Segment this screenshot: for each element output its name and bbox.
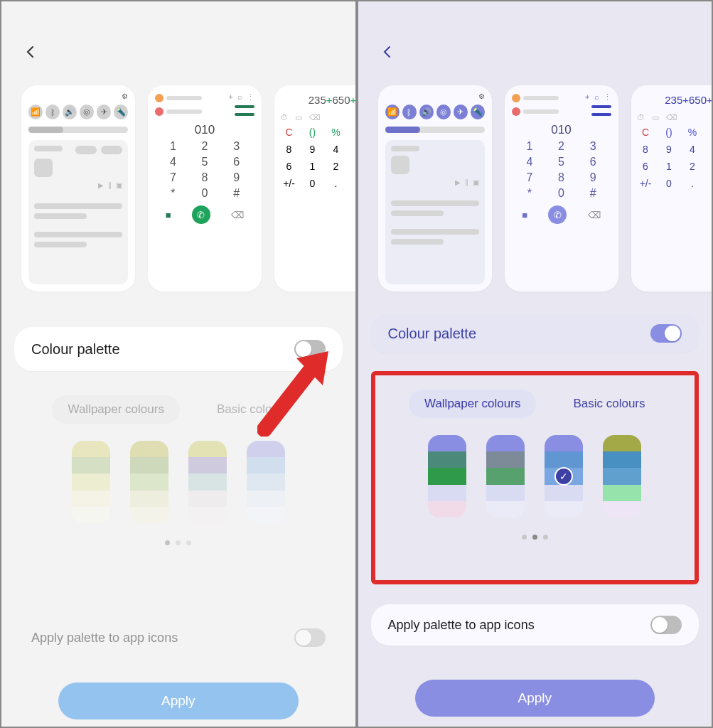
- keypad-key: 7: [161, 171, 186, 184]
- check-icon: ✓: [554, 467, 573, 486]
- tab-wallpaper-colours[interactable]: Wallpaper colours: [52, 395, 179, 424]
- calc-key: 3: [350, 161, 357, 172]
- keypad-key: #: [224, 187, 249, 200]
- tab-wallpaper-colours[interactable]: Wallpaper colours: [409, 390, 536, 418]
- keypad-key: 8: [193, 171, 218, 184]
- back-button[interactable]: [21, 43, 40, 61]
- palette-swatch[interactable]: [188, 441, 227, 523]
- bluetooth-icon: ᛒ: [402, 105, 417, 119]
- preview-dialer: +⌕⋮ 010 123456789*0# ■ ✆ ⌫: [505, 85, 618, 291]
- keypad-key: *: [161, 187, 186, 200]
- keypad-key: 0: [549, 187, 574, 200]
- palette-swatch[interactable]: [247, 441, 285, 523]
- calculator-expression: 235+650+37: [280, 94, 357, 106]
- apply-icons-label: Apply palette to app icons: [31, 631, 178, 646]
- calc-key: 4: [327, 144, 345, 155]
- calc-key: 5: [707, 144, 714, 155]
- keypad-key: 9: [224, 171, 249, 184]
- tab-basic-colours[interactable]: Basic colours: [201, 395, 304, 424]
- keypad-key: 1: [161, 140, 186, 153]
- colour-palette-toggle[interactable]: [294, 340, 326, 358]
- bluetooth-icon: ᛒ: [45, 105, 60, 119]
- calc-key: 1: [660, 161, 678, 172]
- apply-icons-toggle[interactable]: [650, 616, 682, 634]
- calc-key: C: [280, 127, 298, 138]
- keypad-key: 1: [518, 140, 542, 153]
- calc-key: 2: [684, 161, 702, 172]
- calc-key: %: [327, 127, 345, 138]
- colour-palette-row: Colour palette: [371, 314, 699, 353]
- calc-key: +/-: [280, 178, 298, 189]
- calc-key: 3: [707, 161, 714, 172]
- keypad-key: 2: [193, 140, 218, 153]
- palette-options: Wallpaper colours Basic colours: [14, 384, 343, 583]
- notification-card: ▶‖▣: [385, 140, 485, 284]
- calc-key: C: [637, 127, 655, 138]
- swatch-row-left: [28, 441, 328, 523]
- airplane-icon: ✈: [454, 105, 468, 119]
- keypad-key: #: [581, 187, 606, 200]
- back-button[interactable]: [378, 43, 397, 61]
- preview-calculator: 235+650+37 ⏱▭⌫ C()%789456123+/-0.: [631, 85, 714, 291]
- colour-palette-label: Colour palette: [31, 341, 120, 358]
- call-button: ✆: [548, 205, 567, 224]
- calculator-keypad: C()%789456123+/-0.: [280, 127, 357, 189]
- apply-icons-toggle[interactable]: [294, 628, 326, 647]
- palette-swatch[interactable]: [428, 435, 466, 518]
- calc-key: 8: [280, 144, 298, 155]
- calc-key: 0: [660, 178, 678, 189]
- keypad-key: *: [518, 187, 542, 200]
- keypad-key: 2: [549, 140, 574, 153]
- palette-swatch[interactable]: [486, 435, 525, 518]
- calc-key: 7: [350, 127, 357, 138]
- sound-icon: 🔊: [419, 105, 434, 119]
- calc-key: 0: [304, 178, 321, 189]
- gps-icon: ◎: [436, 105, 451, 119]
- apply-icons-row: Apply palette to app icons: [14, 617, 343, 658]
- brightness-slider: [385, 127, 485, 133]
- tab-basic-colours[interactable]: Basic colours: [557, 390, 660, 418]
- keypad-key: 4: [161, 156, 186, 168]
- calc-key: 7: [707, 127, 714, 138]
- palette-swatch[interactable]: ✓: [545, 435, 583, 518]
- airplane-icon: ✈: [97, 105, 111, 119]
- keypad-key: 4: [518, 156, 542, 168]
- calc-key: 1: [304, 161, 321, 172]
- palette-swatch[interactable]: [603, 435, 641, 518]
- pager-dots: [390, 535, 681, 540]
- screen-palette-off: ⚙ 📶 ᛒ 🔊 ◎ ✈ 🔦 ▶‖▣: [0, 0, 357, 728]
- calc-key: 9: [304, 144, 321, 155]
- preview-dialer: +⌕⋮ 010 123456789*0# ■ ✆ ⌫: [148, 85, 262, 291]
- apply-button[interactable]: Apply: [415, 680, 655, 717]
- apply-icons-label: Apply palette to app icons: [388, 618, 535, 633]
- screen-palette-on: ⚙ 📶 ᛒ 🔊 ◎ ✈ 🔦 ▶‖▣: [357, 0, 714, 728]
- backspace-icon: ⌫: [231, 210, 244, 220]
- video-icon: ■: [166, 210, 171, 220]
- colour-palette-row: Colour palette: [14, 327, 343, 371]
- keypad-key: 3: [581, 140, 606, 153]
- wifi-icon: 📶: [28, 105, 43, 119]
- theme-preview-row[interactable]: ⚙ 📶 ᛒ 🔊 ◎ ✈ 🔦 ▶‖▣: [21, 85, 357, 291]
- theme-preview-row[interactable]: ⚙ 📶 ᛒ 🔊 ◎ ✈ 🔦 ▶‖▣: [378, 85, 714, 291]
- notification-card: ▶‖▣: [28, 140, 128, 284]
- preview-quick-settings: ⚙ 📶 ᛒ 🔊 ◎ ✈ 🔦 ▶‖▣: [21, 85, 135, 291]
- calc-key: .: [684, 178, 702, 189]
- keypad-key: 7: [518, 171, 542, 184]
- calc-key: 2: [327, 161, 345, 172]
- calc-key: (): [304, 127, 321, 138]
- keypad-key: 5: [549, 156, 574, 168]
- calc-key: 4: [684, 144, 702, 155]
- dialer-keypad: 123456789*0#: [512, 140, 611, 200]
- preview-calculator: 235+650+37 ⏱▭⌫ C()%789456123+/-0.: [274, 85, 357, 291]
- dialer-display: 010: [512, 123, 611, 137]
- calc-key: 6: [280, 161, 298, 172]
- video-icon: ■: [522, 210, 527, 220]
- calc-key: 9: [660, 144, 678, 155]
- gear-icon: ⚙: [478, 92, 485, 100]
- palette-swatch[interactable]: [130, 441, 168, 523]
- palette-swatch[interactable]: [72, 441, 110, 523]
- calc-key: +/-: [637, 178, 655, 189]
- colour-palette-toggle[interactable]: [650, 324, 682, 343]
- apply-button[interactable]: Apply: [58, 682, 299, 719]
- flashlight-icon: 🔦: [471, 105, 485, 119]
